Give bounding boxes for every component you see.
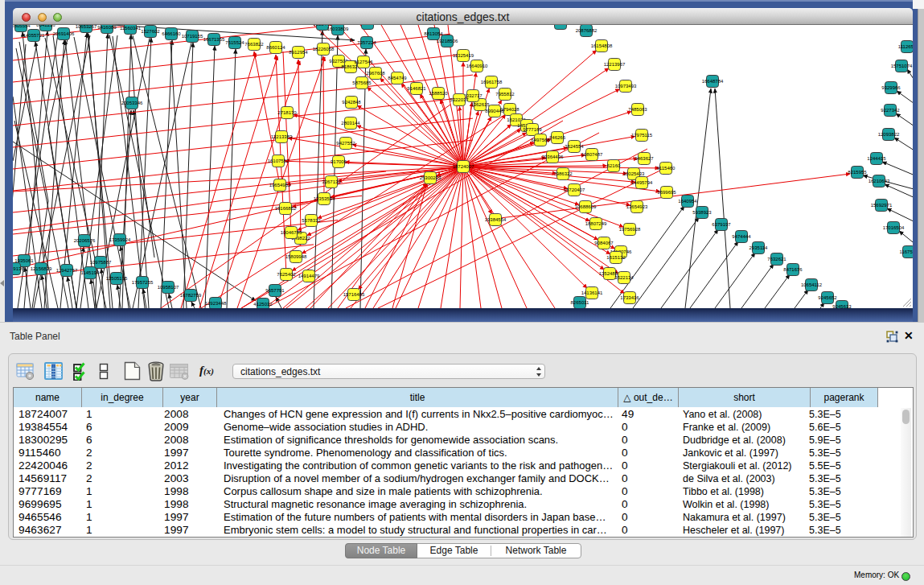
svg-text:10973493: 10973493 <box>615 84 637 89</box>
svg-text:15809948: 15809948 <box>285 254 307 259</box>
svg-text:20206576: 20206576 <box>74 238 96 243</box>
svg-text:17359924: 17359924 <box>109 237 131 242</box>
svg-text:16671355: 16671355 <box>203 37 225 42</box>
svg-text:18807249: 18807249 <box>585 221 607 226</box>
svg-text:10958107: 10958107 <box>158 285 179 290</box>
svg-text:10046785: 10046785 <box>281 230 302 235</box>
svg-text:19218506: 19218506 <box>437 39 458 43</box>
svg-text:16210643: 16210643 <box>869 179 890 183</box>
svg-text:16961758: 16961758 <box>481 80 503 84</box>
svg-text:20876882: 20876882 <box>576 28 598 33</box>
svg-text:25300203: 25300203 <box>420 175 441 180</box>
svg-text:16033809: 16033809 <box>327 27 349 31</box>
svg-text:12156829: 12156829 <box>31 266 52 271</box>
svg-text:6497568: 6497568 <box>531 138 550 142</box>
svg-text:7955812: 7955812 <box>495 92 515 97</box>
svg-text:5938923: 5938923 <box>692 210 712 215</box>
svg-text:8660124: 8660124 <box>266 45 285 50</box>
svg-text:19756928: 19756928 <box>619 227 641 232</box>
svg-text:10975887: 10975887 <box>90 260 112 265</box>
svg-text:9463627: 9463627 <box>634 156 654 161</box>
svg-text:9777169: 9777169 <box>523 127 542 132</box>
svg-text:1145194: 1145194 <box>81 270 101 275</box>
svg-text:8454749: 8454749 <box>388 76 407 80</box>
svg-text:12213383: 12213383 <box>271 134 293 139</box>
svg-text:2805554: 2805554 <box>13 25 31 28</box>
svg-text:10654112: 10654112 <box>801 282 823 287</box>
svg-text:9416089: 9416089 <box>97 25 117 30</box>
svg-text:1588520: 1588520 <box>429 91 448 96</box>
svg-text:14495794: 14495794 <box>631 180 653 185</box>
svg-text:9427552: 9427552 <box>336 141 355 146</box>
svg-text:8041216: 8041216 <box>36 25 55 27</box>
svg-text:16648784: 16648784 <box>702 79 724 84</box>
svg-text:10688609: 10688609 <box>575 204 597 209</box>
svg-text:12942757: 12942757 <box>56 268 78 273</box>
svg-text:2967608: 2967608 <box>366 71 385 76</box>
svg-text:7625402: 7625402 <box>277 272 296 277</box>
svg-text:19384554: 19384554 <box>485 217 507 222</box>
svg-text:9245613: 9245613 <box>832 304 852 308</box>
svg-text:15720407: 15720407 <box>564 187 585 192</box>
svg-text:1167534: 1167534 <box>900 249 913 254</box>
svg-text:4125012: 4125012 <box>253 302 273 307</box>
svg-text:10807487: 10807487 <box>581 152 603 157</box>
svg-text:6379197: 6379197 <box>712 222 731 227</box>
svg-text:16938803: 16938803 <box>550 25 572 26</box>
svg-text:15751074: 15751074 <box>891 64 913 68</box>
svg-text:8265011: 8265011 <box>571 300 590 305</box>
svg-text:2935114: 2935114 <box>749 245 769 250</box>
svg-text:18226058: 18226058 <box>313 47 335 51</box>
svg-text:1615132: 1615132 <box>606 255 626 260</box>
svg-text:9227342: 9227342 <box>881 108 900 113</box>
svg-text:12093822: 12093822 <box>878 132 900 137</box>
svg-text:7485063: 7485063 <box>628 107 647 112</box>
svg-text:746266: 746266 <box>549 135 566 140</box>
svg-text:1244415: 1244415 <box>867 156 886 161</box>
svg-text:3919136: 3919136 <box>13 266 24 271</box>
svg-text:9115460: 9115460 <box>657 166 676 171</box>
svg-text:3267130: 3267130 <box>322 179 341 184</box>
svg-text:19654952: 19654952 <box>269 183 291 187</box>
svg-text:7663822: 7663822 <box>244 42 264 47</box>
svg-text:13654923: 13654923 <box>626 204 648 209</box>
svg-text:20053346: 20053346 <box>121 101 143 105</box>
svg-text:10653267: 10653267 <box>76 25 97 29</box>
svg-text:12505135: 12505135 <box>106 276 128 281</box>
svg-text:12213967: 12213967 <box>604 62 626 67</box>
svg-text:14136141: 14136141 <box>581 290 603 295</box>
svg-text:14055721: 14055721 <box>23 33 45 38</box>
svg-text:1112654: 1112654 <box>898 44 913 49</box>
svg-text:7515524: 7515524 <box>225 40 244 45</box>
svg-text:20691406: 20691406 <box>53 31 75 36</box>
svg-text:16154808: 16154808 <box>591 43 613 48</box>
svg-text:9084067: 9084067 <box>594 241 614 245</box>
svg-text:14914479: 14914479 <box>298 274 320 278</box>
svg-text:5578332: 5578332 <box>302 218 321 223</box>
svg-text:5875685: 5875685 <box>352 80 372 85</box>
svg-text:9699695: 9699695 <box>657 190 676 195</box>
svg-text:9146821: 9146821 <box>407 86 426 91</box>
svg-text:3624554: 3624554 <box>565 144 584 149</box>
svg-text:2803144: 2803144 <box>341 121 360 126</box>
svg-text:15692971: 15692971 <box>871 203 893 208</box>
svg-text:1527602: 1527602 <box>141 29 160 34</box>
svg-text:6466160: 6466160 <box>162 31 181 36</box>
svg-text:8471676: 8471676 <box>783 267 803 272</box>
svg-text:9245652: 9245652 <box>818 295 837 300</box>
svg-text:19166852: 19166852 <box>275 206 297 211</box>
svg-text:18724007: 18724007 <box>453 164 474 169</box>
svg-text:17975115: 17975115 <box>631 133 653 138</box>
svg-text:16640910: 16640910 <box>466 64 488 68</box>
svg-text:7357224: 7357224 <box>357 40 376 45</box>
svg-text:16782759: 16782759 <box>180 293 202 298</box>
svg-text:8813054: 8813054 <box>424 31 443 36</box>
svg-text:917006: 917006 <box>331 159 347 164</box>
svg-text:9242848: 9242848 <box>342 100 361 105</box>
svg-text:1362615: 1362615 <box>470 102 490 107</box>
svg-text:62160: 62160 <box>607 163 621 168</box>
svg-text:1640954: 1640954 <box>678 199 697 204</box>
svg-text:20364436: 20364436 <box>542 154 564 159</box>
svg-text:2718170: 2718170 <box>277 110 297 115</box>
svg-text:11325419: 11325419 <box>453 53 474 58</box>
